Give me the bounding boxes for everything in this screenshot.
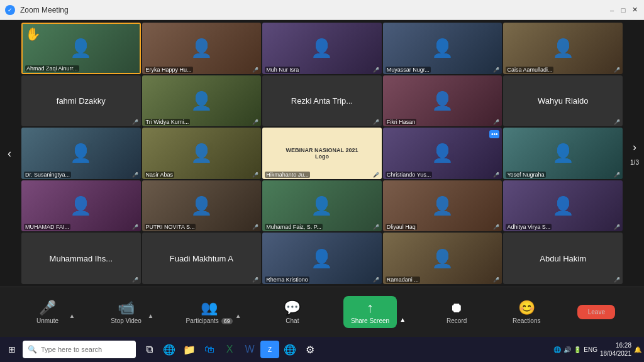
- chat-icon: 💬: [284, 300, 301, 316]
- tile-14: 👤 ••• 🎤 Christiando Yus...: [383, 128, 502, 179]
- mute-icon-8: 🎤: [373, 119, 379, 125]
- tile-3: 👤 🎤 Muh Nur Isra: [262, 23, 382, 74]
- video-group: 📹 Stop Video ▲: [108, 300, 154, 324]
- maximize-button[interactable]: □: [619, 6, 628, 14]
- mute-icon-6: 🎤: [132, 119, 138, 125]
- reactions-icon: 😊: [518, 300, 535, 316]
- notifications-icon[interactable]: 🔔: [634, 346, 641, 353]
- record-button[interactable]: ⏺ Record: [438, 300, 475, 324]
- volume-icon: 🔊: [564, 346, 571, 353]
- microphone-muted-icon: 🎤: [39, 300, 56, 316]
- participant-name-15: Yosef Nugraha: [506, 172, 545, 178]
- title-bar-controls: – □ ✕: [608, 6, 639, 14]
- mute-icon-15: 🎤: [614, 172, 620, 178]
- unmute-group: 🎤 Unmute ▲: [29, 300, 75, 324]
- mute-icon-21: 🎤: [132, 277, 138, 283]
- participant-name-13: WEBINAR NASIONAL 2021Logo: [284, 145, 361, 162]
- mute-icon-25: 🎤: [614, 277, 620, 283]
- meeting-toolbar: 🎤 Unmute ▲ 📹 Stop Video ▲ 👥 Participants…: [0, 287, 644, 337]
- search-input[interactable]: [41, 346, 131, 353]
- tile-16: 👤 🎤 MUHAMAD FAI...: [21, 180, 141, 232]
- taskbar-search[interactable]: 🔍: [23, 341, 136, 358]
- mute-icon-14: 🎤: [493, 172, 499, 178]
- participants-chevron-icon[interactable]: ▲: [235, 312, 242, 324]
- participant-name-25: Abdul Hakim: [537, 251, 589, 266]
- tile-7: 👤 🎤 Tri Widya Kurni...: [142, 75, 262, 127]
- settings-icon[interactable]: ⚙: [301, 341, 319, 358]
- battery-icon: 🔋: [574, 346, 581, 353]
- minimize-button[interactable]: –: [608, 6, 616, 14]
- file-explorer-icon[interactable]: 📁: [180, 341, 199, 358]
- mute-icon-20: 🎤: [614, 224, 620, 230]
- tile-12: 👤 🎤 Nasir Abas: [142, 128, 262, 179]
- start-button[interactable]: ⊞: [3, 341, 21, 358]
- mute-icon-18: 🎤: [373, 224, 379, 230]
- share-chevron-icon[interactable]: ▲: [399, 316, 406, 328]
- hand-raised-icon: ✋: [25, 26, 41, 41]
- title-bar-title: Zoom Meeting: [20, 6, 69, 14]
- tile-22: Fuadi Makhtum A 🎤: [142, 233, 262, 284]
- participants-button[interactable]: 👥 Participants 69: [186, 300, 233, 324]
- tile-9: 👤 🎤 Fikri Hasan: [383, 75, 502, 127]
- participant-name-20: Adhitya Virya S...: [506, 224, 552, 230]
- share-group: ↑ Share Screen ▲: [343, 296, 406, 328]
- participant-name-5: Caisa Aamulladi...: [506, 67, 553, 73]
- video-chevron-icon[interactable]: ▲: [148, 312, 154, 324]
- tile-18: 👤 🎤 Muhamad Faiz, S. P...: [262, 180, 382, 232]
- close-button[interactable]: ✕: [630, 6, 639, 14]
- right-nav-area: › 1/3: [625, 20, 644, 287]
- mute-icon-17: 🎤: [252, 224, 258, 230]
- ms-store-icon[interactable]: 🛍: [200, 341, 219, 358]
- tile-4: 👤 🎤 Muyassar Nugr...: [383, 23, 502, 74]
- word-icon[interactable]: W: [240, 341, 259, 358]
- mute-icon-4: 🎤: [493, 67, 499, 73]
- participant-grid: 👤 ✋ Ahmad Zaqi Ainurr... 👤 🎤 Eryka Happy…: [19, 20, 625, 287]
- mute-icon-16: 🎤: [132, 224, 138, 230]
- unmute-chevron-icon[interactable]: ▲: [69, 312, 75, 324]
- prev-page-arrow[interactable]: ‹: [0, 20, 19, 287]
- excel-icon[interactable]: X: [220, 341, 239, 358]
- language-indicator: ENG: [584, 346, 597, 353]
- tile-15: 👤 🎤 Yosef Nugraha: [503, 128, 623, 179]
- tile-10: Wahyu Rialdo 🎤: [503, 75, 623, 127]
- mute-icon-13: 🎤: [373, 172, 379, 178]
- main-meeting-area: ‹ 👤 ✋ Ahmad Zaqi Ainurr... 👤 🎤 Eryka Hap…: [0, 20, 644, 287]
- chrome-icon[interactable]: 🌐: [280, 341, 299, 358]
- tile-13: WEBINAR NASIONAL 2021Logo 🎤 Hikmahanto J…: [262, 128, 382, 179]
- edge-icon[interactable]: 🌐: [160, 341, 179, 358]
- participant-name-3: Muh Nur Isra: [265, 67, 300, 73]
- mute-icon-23: 🎤: [373, 277, 379, 283]
- share-screen-button[interactable]: ↑ Share Screen: [343, 296, 397, 328]
- participant-name-label-13: Hikmahanto Ju...: [265, 172, 310, 178]
- tile-23: 👤 🎤 Rhema Kristiono: [262, 233, 382, 284]
- tile-24: 👤 🎤 Ramadani ...: [383, 233, 502, 284]
- mute-icon-7: 🎤: [252, 119, 258, 125]
- tile-19: 👤 🎤 Dliyaul Haq: [383, 180, 502, 232]
- reactions-button[interactable]: 😊 Reactions: [508, 300, 545, 324]
- mute-icon-12: 🎤: [252, 172, 258, 178]
- task-view-icon[interactable]: ⧉: [140, 341, 158, 358]
- chat-button[interactable]: 💬 Chat: [274, 300, 311, 324]
- stop-video-button[interactable]: 📹 Stop Video: [108, 300, 145, 324]
- tile-5: 👤 🎤 Caisa Aamulladi...: [503, 23, 623, 74]
- video-icon: 📹: [118, 300, 135, 316]
- leave-button[interactable]: Leave: [577, 305, 615, 319]
- page-indicator: 1/3: [630, 159, 639, 166]
- zoom-taskbar-icon[interactable]: Z: [260, 341, 279, 358]
- tile-20: 👤 🎤 Adhitya Virya S...: [503, 180, 623, 232]
- unmute-button[interactable]: 🎤 Unmute: [29, 300, 67, 324]
- more-options-icon[interactable]: •••: [489, 130, 500, 138]
- tile-1: 👤 ✋ Ahmad Zaqi Ainurr...: [21, 23, 141, 74]
- participant-name-19: Dliyaul Haq: [386, 224, 417, 230]
- mute-icon-5: 🎤: [614, 67, 620, 73]
- participants-count-badge: 69: [221, 318, 233, 324]
- tile-21: Muhammad Ihs... 🎤: [21, 233, 141, 284]
- title-bar-left: ✓ Zoom Meeting: [5, 5, 69, 15]
- mute-icon-10: 🎤: [614, 119, 620, 125]
- participant-name-7: Tri Widya Kurni...: [145, 119, 191, 125]
- network-icon: 🌐: [553, 346, 561, 353]
- mute-icon-9: 🎤: [493, 119, 499, 125]
- participant-name-8: Rezki Anta Trip...: [289, 94, 355, 108]
- next-page-arrow[interactable]: ›: [633, 141, 636, 154]
- search-icon: 🔍: [28, 345, 37, 354]
